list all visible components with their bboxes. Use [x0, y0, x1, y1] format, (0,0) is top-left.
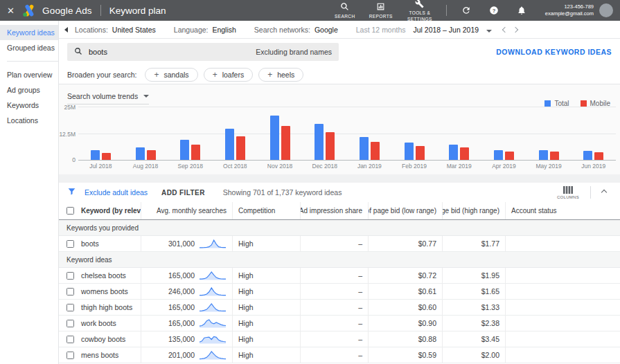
select-all-checkbox[interactable]: [67, 207, 74, 215]
exclude-adult-ideas-filter[interactable]: Exclude adult ideas: [85, 188, 148, 197]
keyword-search-input[interactable]: boots Excluding brand names: [67, 43, 339, 61]
broaden-label: Broaden your search:: [67, 71, 136, 79]
header-ad-impression-share[interactable]: Ad impression share: [300, 202, 368, 219]
showing-count-text: Showing 701 of 1,737 keyword ideas: [223, 188, 342, 197]
table-row-boots[interactable]: boots301,000High–$0.77$1.77: [59, 236, 620, 252]
row-checkbox[interactable]: [67, 320, 74, 327]
topbar-divider: [100, 5, 101, 16]
table-row-thigh-high-boots[interactable]: thigh high boots165,000High–$0.60$1.33: [59, 300, 620, 316]
bar-group-may-2019: [526, 107, 572, 160]
reports-nav-button[interactable]: REPORTS: [369, 1, 393, 19]
sidebar-item-plan-overview[interactable]: Plan overview: [0, 67, 58, 82]
competition-cell: High: [232, 331, 300, 347]
header-keyword[interactable]: Keyword (by relevance) ↓: [59, 202, 141, 219]
broaden-chips: +sandals+loafers+heels: [145, 68, 309, 82]
broaden-chip-loafers[interactable]: +loafers: [204, 68, 254, 82]
search-nav-button[interactable]: SEARCH: [333, 1, 357, 19]
trends-dropdown[interactable]: Search volume trends: [67, 92, 149, 104]
table-row-chelsea-boots[interactable]: chelsea boots165,000High–$0.72$1.95: [59, 268, 620, 284]
sidebar-item-locations[interactable]: Locations: [0, 113, 58, 128]
account-id: 123-456-789: [545, 3, 594, 10]
close-icon[interactable]: ✕: [7, 6, 22, 16]
bar-group-feb-2019: [392, 107, 437, 160]
table-row-cowboy-boots[interactable]: cowboy boots135,000High–$0.88$3.45: [59, 331, 620, 347]
x-axis-label: Nov 2018: [258, 161, 303, 170]
date-range-selector[interactable]: Last 12 months Jul 2018 – Jun 2019: [356, 26, 492, 34]
row-checkbox[interactable]: [67, 352, 74, 359]
header-top-of-page-bid-low[interactable]: Top of page bid (low range): [368, 202, 442, 219]
locations-setting[interactable]: Locations: United States: [75, 26, 156, 34]
sidebar-item-ad-groups[interactable]: Ad groups: [0, 82, 58, 98]
table-row-work-boots[interactable]: work boots165,000High–$0.90$2.38: [59, 316, 620, 331]
add-filter-button[interactable]: ADD FILTER: [161, 189, 205, 197]
total-bar: [270, 116, 279, 160]
keyword-text: chelsea boots: [81, 271, 126, 280]
bid-low-cell: $0.60: [368, 300, 442, 315]
avg-monthly-searches-cell: 165,000: [141, 300, 232, 315]
keyword-cell: cowboy boots: [59, 331, 141, 347]
header-account-status[interactable]: Account status: [505, 202, 620, 219]
networks-setting[interactable]: Search networks: Google: [254, 26, 338, 34]
table-row-womens-boots[interactable]: womens boots246,000High–$0.61$1.65: [59, 284, 620, 300]
plus-icon: +: [154, 70, 159, 80]
x-axis-label: Jun 2019: [571, 161, 616, 170]
collapse-table-icon[interactable]: [601, 190, 607, 195]
language-label: Language:: [174, 26, 209, 34]
tools-settings-nav-button[interactable]: TOOLS & SETTINGS: [405, 0, 434, 22]
competition-cell: High: [232, 347, 300, 363]
competition-cell: High: [232, 300, 300, 315]
brand-title: Google Ads: [42, 6, 92, 16]
broaden-chip-sandals[interactable]: +sandals: [145, 68, 197, 82]
previous-period-icon[interactable]: [502, 26, 508, 32]
x-axis-label: Oct 2018: [213, 161, 258, 170]
trend-sparkline: [199, 349, 227, 361]
y-axis-tick: 12.5M: [59, 131, 76, 138]
help-icon[interactable]: ?: [485, 4, 503, 17]
sidebar-item-keywords[interactable]: Keywords: [0, 98, 58, 113]
row-checkbox[interactable]: [67, 288, 74, 295]
row-checkbox[interactable]: [67, 336, 74, 343]
header-top-of-page-bid-high[interactable]: Top of page bid (high range): [442, 202, 505, 219]
language-setting[interactable]: Language: English: [174, 26, 236, 34]
collapse-panel-icon[interactable]: [64, 27, 68, 33]
header-avg-monthly-searches[interactable]: Avg. monthly searches: [141, 202, 232, 219]
table-row-mens-boots[interactable]: mens boots201,000High–$0.59$2.00: [59, 347, 620, 363]
searches-value: 246,000: [147, 287, 199, 295]
legend-swatch-total: [544, 100, 551, 107]
reports-nav-label: REPORTS: [369, 14, 393, 19]
header-competition[interactable]: Competition: [232, 202, 300, 219]
total-bar: [180, 140, 189, 160]
total-bar: [225, 129, 234, 160]
chart-x-axis-labels: Jul 2018Aug 2018Sep 2018Oct 2018Nov 2018…: [78, 161, 616, 170]
avg-monthly-searches-cell: 165,000: [141, 316, 232, 331]
chevron-down-icon: [486, 30, 492, 33]
x-axis-label: Jan 2019: [347, 161, 392, 170]
refresh-icon[interactable]: [457, 4, 475, 17]
filter-funnel-icon[interactable]: [67, 186, 76, 199]
reports-icon: [376, 2, 385, 12]
searches-value: 201,000: [147, 351, 199, 359]
download-keyword-ideas-button[interactable]: DOWNLOAD KEYWORD IDEAS: [496, 48, 612, 56]
avatar[interactable]: [599, 3, 613, 17]
columns-button[interactable]: COLUMNS: [557, 185, 579, 199]
trends-title: Search volume trends: [67, 92, 138, 100]
searches-value: 165,000: [147, 319, 199, 327]
row-checkbox[interactable]: [67, 304, 74, 311]
bid-low-cell: $0.72: [368, 268, 442, 283]
sidebar-item-grouped-ideas[interactable]: Grouped ideas: [0, 40, 58, 55]
row-checkbox[interactable]: [67, 272, 74, 280]
bar-group-nov-2018: [258, 107, 303, 160]
brand-filter-note[interactable]: Excluding brand names: [256, 48, 332, 56]
columns-label: COLUMNS: [557, 195, 579, 199]
account-status-cell: [505, 300, 620, 315]
date-range-preset: Last 12 months: [356, 26, 406, 34]
next-period-icon[interactable]: [513, 26, 518, 32]
trend-sparkline: [199, 270, 227, 282]
row-checkbox[interactable]: [67, 240, 74, 248]
bar-group-dec-2018: [302, 107, 347, 160]
notifications-bell-icon[interactable]: [513, 4, 531, 17]
chip-label: heels: [277, 71, 294, 79]
total-bar: [449, 145, 458, 160]
sidebar-item-keyword-ideas[interactable]: Keyword ideas: [0, 25, 58, 40]
broaden-chip-heels[interactable]: +heels: [258, 68, 303, 82]
